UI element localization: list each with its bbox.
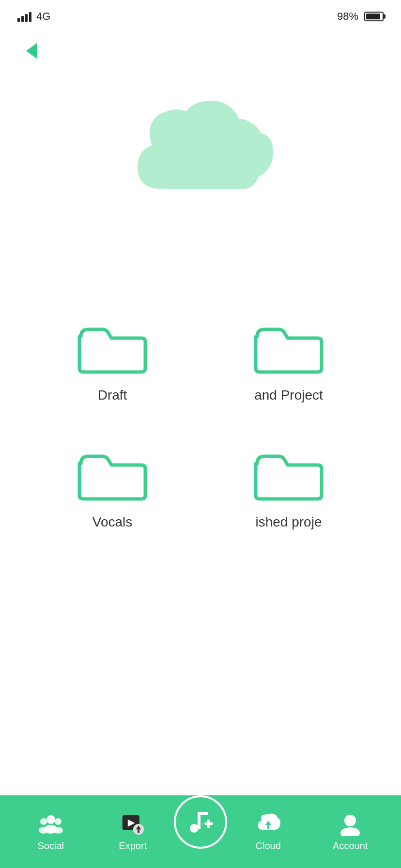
- add-button[interactable]: [174, 795, 227, 849]
- bottom-nav: Social Export: [0, 795, 401, 868]
- back-button[interactable]: [19, 39, 44, 63]
- signal-icon: [17, 11, 31, 22]
- nav-export-label: Export: [119, 840, 147, 852]
- svg-point-16: [344, 815, 356, 826]
- cloud-upload-icon: [256, 812, 280, 837]
- nav-item-add[interactable]: [174, 815, 227, 849]
- folder-band-project[interactable]: and Project: [215, 315, 362, 403]
- svg-point-4: [55, 818, 62, 825]
- svg-point-0: [46, 815, 55, 824]
- battery-icon: [364, 12, 384, 21]
- nav-cloud-label: Cloud: [256, 840, 281, 852]
- account-icon: [338, 812, 362, 837]
- add-music-icon: [184, 805, 217, 839]
- svg-point-3: [39, 827, 48, 834]
- export-icon: [121, 812, 145, 837]
- svg-point-17: [340, 827, 360, 836]
- folder-finished-project-icon: [250, 442, 327, 505]
- nav-item-account[interactable]: Account: [309, 812, 392, 852]
- folder-finished-project-label: ished proje: [256, 514, 322, 530]
- cloud-icon: [118, 92, 283, 218]
- folders-grid: Draft and Project Vocals ished proje: [0, 315, 401, 530]
- nav-item-social[interactable]: Social: [10, 812, 92, 852]
- nav-account-label: Account: [333, 840, 368, 852]
- status-bar: 4G 98%: [0, 0, 401, 29]
- status-right: 98%: [337, 10, 384, 23]
- cloud-illustration: [113, 87, 288, 223]
- nav-social-label: Social: [38, 840, 64, 852]
- svg-point-10: [190, 824, 199, 833]
- social-icon: [39, 812, 63, 837]
- folder-band-project-label: and Project: [254, 388, 323, 403]
- folder-band-project-icon: [250, 315, 327, 378]
- svg-point-2: [40, 818, 47, 825]
- back-chevron-icon: [26, 43, 37, 59]
- folder-vocals[interactable]: Vocals: [39, 442, 186, 530]
- folder-vocals-icon: [74, 442, 151, 505]
- folder-draft[interactable]: Draft: [39, 315, 186, 403]
- status-left: 4G: [17, 10, 50, 23]
- nav-item-export[interactable]: Export: [92, 812, 174, 852]
- folder-draft-label: Draft: [98, 388, 127, 403]
- battery-percentage: 98%: [337, 10, 358, 23]
- folder-finished-project[interactable]: ished proje: [215, 442, 362, 530]
- nav-item-cloud[interactable]: Cloud: [227, 812, 309, 852]
- folder-draft-icon: [74, 315, 151, 378]
- network-label: 4G: [36, 10, 50, 23]
- folder-vocals-label: Vocals: [93, 514, 133, 530]
- svg-rect-12: [198, 812, 208, 815]
- svg-rect-14: [207, 820, 210, 828]
- svg-point-5: [53, 827, 63, 834]
